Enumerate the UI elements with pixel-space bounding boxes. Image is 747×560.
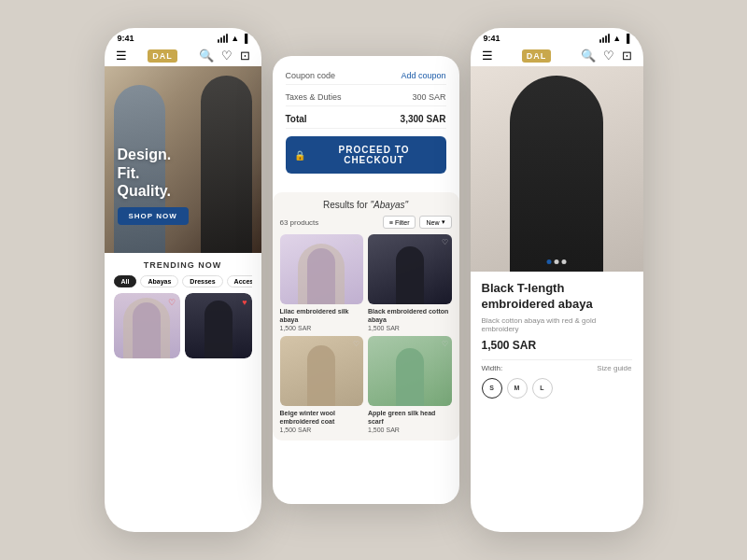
product-detail: Black T-length embroidered abaya Black c… <box>471 272 643 408</box>
trend-grid: ♡ ♥ <box>114 293 252 358</box>
size-options: S M L <box>482 378 632 399</box>
wishlist-icon[interactable]: ♡ <box>221 49 233 63</box>
status-icons-right: ▲ ▐ <box>599 34 629 43</box>
status-bar-right: 9:41 ▲ ▐ <box>471 28 643 45</box>
image-dots <box>547 259 567 264</box>
filter-pills: All Abayas Dresses Accessories <box>114 275 252 287</box>
product-name-3: Beige winter wool embroidered coat <box>280 409 364 426</box>
phone-middle: Coupon code Add coupon Taxes & Duties 30… <box>273 56 459 504</box>
product-figure <box>510 76 603 272</box>
wishlist-icon-right[interactable]: ♡ <box>603 49 614 63</box>
taxes-label: Taxes & Duties <box>286 92 342 102</box>
pill-abayas[interactable]: Abayas <box>140 275 178 287</box>
logo-right[interactable]: DAL <box>522 49 552 63</box>
phone-right: 9:41 ▲ ▐ ☰ DAL 🔍 ♡ ⊡ <box>471 28 643 532</box>
search-results-section: Results for "Abayas" 63 products ≡ Filte… <box>273 192 459 441</box>
product-price-3: 1,500 SAR <box>280 427 364 433</box>
dot-1[interactable] <box>547 259 552 264</box>
wifi-icon: ▲ <box>231 34 239 43</box>
product-name-1: Lilac embroidered silk abaya <box>280 307 364 324</box>
results-count: 63 products <box>280 218 319 227</box>
proceed-label: PROCEED TO CHECKOUT <box>311 145 438 165</box>
nav-bar-right: ☰ DAL 🔍 ♡ ⊡ <box>471 45 643 66</box>
wishlist-icon-3[interactable]: ♡ <box>353 340 359 348</box>
hero-headline: Design. Fit. Quality. <box>118 146 189 200</box>
time-right: 9:41 <box>484 34 500 43</box>
figure-2 <box>396 246 424 304</box>
pill-accessories[interactable]: Accessories <box>227 275 252 287</box>
wishlist-icon-4[interactable]: ♡ <box>442 340 448 348</box>
search-query: "Abayas" <box>371 200 408 210</box>
status-bar-left: 9:41 ▲ ▐ <box>105 28 261 45</box>
nav-icons-right: 🔍 ♡ ⊡ <box>581 49 632 63</box>
heart-icon-1[interactable]: ♡ <box>168 298 176 307</box>
product-price-4: 1,500 SAR <box>368 427 452 433</box>
results-meta: 63 products ≡ Filter New ▾ <box>280 216 452 229</box>
search-icon[interactable]: 🔍 <box>199 49 214 63</box>
size-guide-link[interactable]: Size guide <box>597 364 631 372</box>
hero-text: Design. Fit. Quality. SHOP NOW <box>118 146 189 225</box>
logo-left[interactable]: DAL <box>148 49 177 63</box>
trend-card-2[interactable]: ♥ <box>185 293 252 358</box>
product-card-1[interactable]: ♡ Lilac embroidered silk abaya 1,500 SAR <box>280 234 364 331</box>
battery-icon-right: ▐ <box>624 34 629 43</box>
results-title: Results for "Abayas" <box>280 200 452 210</box>
total-row: Total 3,300 SAR <box>286 110 446 129</box>
heart-icon-2[interactable]: ♥ <box>242 298 247 307</box>
wishlist-icon-2[interactable]: ♡ <box>442 238 448 246</box>
product-price-2: 1,500 SAR <box>368 325 452 331</box>
lock-icon: 🔒 <box>294 150 306 161</box>
proceed-checkout-button[interactable]: 🔒 PROCEED TO CHECKOUT <box>286 136 446 174</box>
product-card-2[interactable]: ♡ Black embroidered cotton abaya 1,500 S… <box>368 234 452 331</box>
add-coupon-link[interactable]: Add coupon <box>401 71 445 80</box>
cart-section: Coupon code Add coupon Taxes & Duties 30… <box>273 56 459 185</box>
battery-icon: ▐ <box>242 34 247 43</box>
wishlist-icon-1[interactable]: ♡ <box>353 238 359 246</box>
coupon-label: Coupon code <box>286 71 336 80</box>
wifi-icon-right: ▲ <box>613 34 621 43</box>
size-s-button[interactable]: S <box>482 378 502 399</box>
figure-right <box>201 76 252 253</box>
product-detail-desc: Black cotton abaya with red & gold embro… <box>482 316 632 333</box>
trend-card-1[interactable]: ♡ <box>114 293 181 358</box>
figure-lilac <box>133 302 161 358</box>
signal-icon-right <box>599 34 610 43</box>
sort-button[interactable]: New ▾ <box>419 216 451 229</box>
scene: 9:41 ▲ ▐ ☰ DAL 🔍 ♡ ⊡ <box>86 9 662 551</box>
width-label: Width: <box>482 364 503 372</box>
product-hero-image <box>471 66 643 272</box>
menu-icon-right[interactable]: ☰ <box>482 49 493 63</box>
product-card-4[interactable]: ♡ Apple green silk head scarf 1,500 SAR <box>368 336 452 433</box>
hero-image: Design. Fit. Quality. SHOP NOW <box>105 66 261 253</box>
filter-button[interactable]: ≡ Filter <box>383 216 416 229</box>
product-detail-price: 1,500 SAR <box>482 339 632 352</box>
size-row: Width: Size guide <box>482 364 632 372</box>
bag-icon-right[interactable]: ⊡ <box>622 49 632 63</box>
chevron-down-icon: ▾ <box>442 218 445 226</box>
coupon-row: Coupon code Add coupon <box>286 67 446 85</box>
nav-icons-left: 🔍 ♡ ⊡ <box>199 49 250 63</box>
divider <box>482 359 632 360</box>
taxes-value: 300 SAR <box>412 92 445 102</box>
filter-icon: ≡ <box>389 219 393 226</box>
product-name-2: Black embroidered cotton abaya <box>368 307 452 324</box>
dot-2[interactable] <box>555 259 559 264</box>
product-card-3[interactable]: ♡ Beige winter wool embroidered coat 1,5… <box>280 336 364 433</box>
status-icons-left: ▲ ▐ <box>218 34 247 43</box>
dot-3[interactable] <box>562 259 567 264</box>
product-img-1: ♡ <box>280 234 364 304</box>
search-icon-right[interactable]: 🔍 <box>581 49 596 63</box>
product-grid: ♡ Lilac embroidered silk abaya 1,500 SAR… <box>280 234 452 433</box>
time-left: 9:41 <box>118 34 134 43</box>
pill-dresses[interactable]: Dresses <box>182 275 222 287</box>
bag-icon[interactable]: ⊡ <box>240 49 250 63</box>
phone-left: 9:41 ▲ ▐ ☰ DAL 🔍 ♡ ⊡ <box>105 28 261 532</box>
size-l-button[interactable]: L <box>532 378 553 399</box>
menu-icon[interactable]: ☰ <box>116 49 127 63</box>
results-prefix: Results for <box>323 200 368 210</box>
figure-1 <box>307 248 335 304</box>
size-m-button[interactable]: M <box>507 378 528 399</box>
shop-now-button[interactable]: SHOP NOW <box>118 207 189 225</box>
taxes-row: Taxes & Duties 300 SAR <box>286 89 446 106</box>
pill-all[interactable]: All <box>114 275 137 287</box>
